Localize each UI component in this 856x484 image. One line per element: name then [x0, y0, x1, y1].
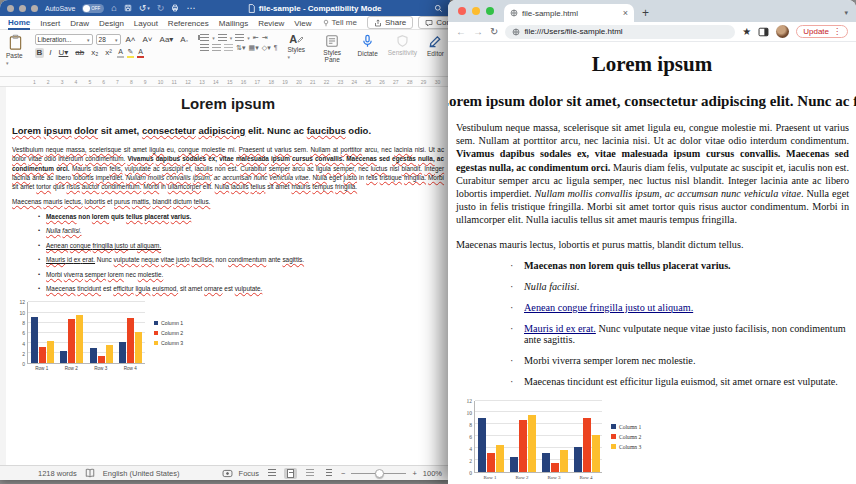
close-window-button[interactable]	[7, 5, 14, 12]
zoom-slider[interactable]	[351, 473, 406, 474]
styles-button[interactable]: A Styles ▾	[287, 34, 306, 60]
italic-button[interactable]: I	[47, 48, 53, 58]
highlight-color-button[interactable]: ✎	[127, 48, 134, 58]
minimize-window-button[interactable]	[19, 5, 26, 12]
paste-button[interactable]: Paste ▾	[6, 34, 25, 66]
print-icon[interactable]	[171, 4, 179, 12]
font-name-select[interactable]: Liberation...▾	[35, 34, 93, 45]
pilcrow-icon[interactable]: ¶	[274, 44, 278, 51]
editor-button[interactable]: Editor	[427, 34, 444, 57]
autosave-toggle[interactable]: OFF	[82, 4, 104, 13]
zoom-window-button[interactable]	[486, 7, 494, 15]
zoom-slider-knob[interactable]	[375, 469, 384, 478]
list-item: Maecenas non lorem quis tellus placerat …	[510, 260, 856, 271]
superscript-button[interactable]: x²	[103, 48, 114, 58]
change-case-button[interactable]: Aa▾	[158, 35, 176, 45]
read-mode-button[interactable]	[265, 468, 278, 479]
minimize-window-button[interactable]	[472, 7, 480, 15]
close-window-button[interactable]	[458, 7, 466, 15]
chrome-window-controls[interactable]	[458, 7, 494, 15]
reload-button[interactable]: ↻	[490, 27, 498, 37]
search-icon[interactable]	[434, 4, 443, 13]
font-size-select[interactable]: 28▾	[96, 34, 121, 45]
bullet-list-icon[interactable]	[200, 34, 209, 41]
save-icon[interactable]	[124, 4, 132, 12]
list-item: Aenean congue fringilla justo ut aliquam…	[510, 302, 856, 313]
address-bar[interactable]: file:///Users/file-sample.html	[505, 25, 735, 39]
multilevel-list-icon[interactable]	[235, 34, 244, 41]
zoom-level[interactable]: 100%	[423, 469, 442, 478]
tab-view[interactable]: View	[294, 17, 311, 29]
tab-design[interactable]: Design	[99, 17, 124, 29]
menu-dots-icon[interactable]: ⋮	[833, 27, 841, 36]
tab-draw[interactable]: Draw	[70, 17, 89, 29]
screen: AutoSave OFF ⌂ ↺▾ ↻ ⋯ file-sample - Comp…	[0, 0, 856, 484]
decrease-indent-icon[interactable]: ⇤	[253, 34, 259, 41]
shrink-font-button[interactable]: A˅	[141, 35, 155, 45]
line-spacing-icon[interactable]: ⇅▾	[236, 44, 245, 51]
zoom-out-button[interactable]: −	[341, 469, 345, 478]
back-button[interactable]: ←	[456, 27, 466, 37]
proofing-book-icon[interactable]	[85, 468, 95, 478]
profile-avatar[interactable]	[776, 25, 789, 38]
subscript-button[interactable]: x₂	[89, 48, 100, 58]
tab-layout[interactable]: Layout	[134, 17, 158, 29]
comments-button[interactable]: Comments	[418, 16, 450, 29]
new-tab-button[interactable]: +	[642, 6, 649, 22]
home-icon[interactable]: ⌂	[111, 4, 116, 13]
dictate-button[interactable]: Dictate	[358, 34, 378, 57]
tab-mailings[interactable]: Mailings	[219, 17, 248, 29]
more-options-icon[interactable]: ⋯	[186, 4, 195, 13]
tab-home[interactable]: Home	[8, 16, 30, 30]
list-item: Mauris id ex erat. Nunc vulputate neque …	[38, 256, 444, 263]
site-info-globe-icon[interactable]	[512, 28, 520, 36]
strikethrough-button[interactable]: ab	[73, 48, 86, 58]
tab-review[interactable]: Review	[258, 17, 284, 29]
browser-page-content[interactable]: Lorem ipsum Lorem ipsum dolor sit amet, …	[448, 42, 856, 484]
word-document-page[interactable]: Lorem ipsum Lorem ipsum dolor sit amet, …	[0, 87, 450, 465]
clear-format-button[interactable]: A𝆹	[178, 35, 190, 45]
extension-icon[interactable]: ★	[742, 27, 751, 37]
zoom-window-button[interactable]	[31, 5, 38, 12]
align-left-icon[interactable]	[200, 44, 209, 51]
borders-icon[interactable]: ▦▾	[249, 44, 259, 51]
font-group: Liberation...▾ 28▾ A˄ A˅ Aa▾ A𝆹 B I U▾ a…	[35, 34, 191, 58]
numbered-list-icon[interactable]	[218, 34, 227, 41]
focus-button[interactable]: Focus	[239, 469, 259, 478]
close-tab-icon[interactable]: ×	[623, 8, 628, 18]
print-layout-button[interactable]	[284, 468, 297, 479]
forward-button[interactable]: →	[473, 27, 483, 37]
bold-button[interactable]: B	[35, 48, 45, 58]
document-icon	[248, 4, 255, 13]
web-layout-button[interactable]	[303, 468, 316, 479]
styles-pane-icon	[325, 34, 339, 48]
shading-icon[interactable]: ◇▾	[262, 44, 271, 51]
undo-icon[interactable]: ↺▾	[139, 4, 150, 13]
grow-font-button[interactable]: A˄	[124, 35, 138, 45]
underline-button[interactable]: U▾	[57, 48, 71, 58]
align-right-icon[interactable]	[224, 44, 233, 51]
tab-insert[interactable]: Insert	[40, 17, 60, 29]
url-text: file:///Users/file-sample.html	[524, 27, 622, 36]
share-button[interactable]: Share	[367, 16, 413, 29]
undo-caret-icon[interactable]: ▾	[147, 6, 150, 11]
tab-references[interactable]: References	[168, 17, 209, 29]
update-button[interactable]: Update ⋮	[796, 25, 848, 38]
font-color-button[interactable]: A	[137, 48, 144, 58]
microphone-icon	[361, 34, 374, 49]
increase-indent-icon[interactable]: ⇥	[262, 34, 268, 41]
side-panel-icon[interactable]	[758, 27, 769, 37]
word-count[interactable]: 1218 words	[38, 469, 77, 478]
pencil-icon	[297, 35, 305, 43]
align-center-icon[interactable]	[212, 44, 221, 51]
tab-search-chevron-icon[interactable]: ▾	[844, 9, 848, 22]
text-effects-button[interactable]: A	[117, 48, 124, 58]
language-status[interactable]: English (United States)	[103, 469, 180, 478]
zoom-in-button[interactable]: +	[412, 469, 416, 478]
tell-me-button[interactable]: Tell me	[322, 18, 357, 27]
window-controls[interactable]	[7, 5, 38, 12]
outline-view-button[interactable]	[322, 468, 335, 479]
styles-pane-button[interactable]: Styles Pane	[317, 34, 348, 63]
browser-tab[interactable]: file-sample.html ×	[504, 4, 634, 22]
ruler[interactable]: 1234567891011121314151617181920212223242…	[0, 77, 450, 87]
